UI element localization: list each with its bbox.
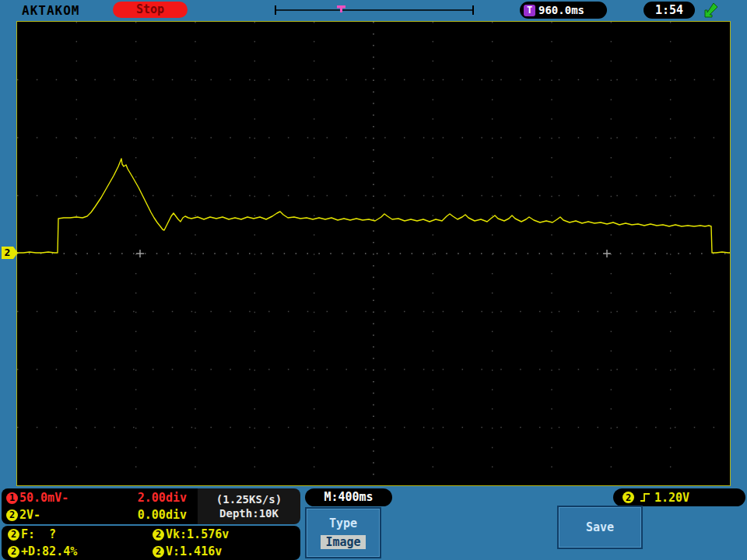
measurement-v: 2 V:1.416v	[146, 544, 291, 558]
channel-1-settings: 1 50.0mV- 2.00div	[2, 489, 198, 506]
trigger-level-readout: 2 1.20V	[613, 488, 745, 506]
brand-label: AKTAKOM	[22, 3, 79, 18]
trigger-level-value: 1.20V	[654, 491, 689, 505]
waveform-display	[16, 21, 731, 486]
trigger-position-icon	[274, 3, 475, 16]
channel-2-scale: 2V-	[19, 508, 40, 522]
measurements-row-1: 2 F: ? 2 Vk:1.576v	[2, 526, 300, 543]
measurements-panel: 2 F: ? 2 Vk:1.576v 2 +D:82.4% 2 V:1.416v	[2, 526, 300, 560]
status-bar: 1 50.0mV- 2.00div 2 2V- 0.00div (1.25KS/…	[0, 487, 747, 560]
measurement-channel-badge: 2	[8, 546, 19, 558]
waveform-plot	[17, 22, 730, 485]
channel-2-marker: 2	[2, 247, 18, 259]
rising-edge-icon	[639, 492, 651, 503]
measurement-channel-badge: 2	[153, 546, 164, 558]
channel-settings-panel: 1 50.0mV- 2.00div 2 2V- 0.00div	[2, 488, 198, 524]
trigger-time-icon: T	[524, 5, 535, 16]
channel-2-marker-label: 2	[2, 247, 13, 259]
measurement-value: V:1.416v	[166, 544, 222, 558]
channel-2-badge: 2	[6, 509, 18, 521]
measurement-channel-badge: 2	[153, 529, 164, 541]
type-button-label: Type	[329, 516, 357, 530]
usb-icon	[703, 2, 720, 19]
channel-1-badge: 1	[6, 492, 18, 504]
save-button-label: Save	[586, 520, 614, 534]
run-state-badge: Stop	[113, 2, 188, 18]
measurement-vk: 2 Vk:1.576v	[146, 527, 291, 541]
sample-rate: (1.25KS/s)	[216, 493, 282, 506]
trigger-position-bracket	[274, 3, 475, 16]
type-button-value: Image	[321, 535, 365, 549]
clock-readout: 1:54	[644, 2, 695, 19]
channel-1-offset: 2.00div	[138, 491, 187, 505]
channel-2-settings: 2 2V- 0.00div	[2, 506, 198, 523]
measurement-channel-badge: 2	[8, 529, 19, 541]
channel-1-scale: 50.0mV-	[19, 491, 68, 505]
type-softkey-button[interactable]: Type Image	[305, 507, 381, 558]
measurement-value: +D:82.4%	[21, 544, 77, 558]
measurement-frequency: 2 F: ?	[2, 527, 146, 541]
timebase-readout: M:400ms	[305, 488, 392, 506]
save-button[interactable]: Save	[557, 506, 643, 549]
oscilloscope-screen: AKTAKOM Stop T 960.0ms 1:54 2 1 50	[0, 0, 747, 560]
trigger-time-value: 960.0ms	[538, 4, 584, 16]
channel-2-marker-arrow-icon	[13, 247, 18, 259]
measurement-value: F: ?	[21, 527, 56, 541]
channel-2-offset: 0.00div	[138, 508, 187, 522]
measurements-row-2: 2 +D:82.4% 2 V:1.416v	[2, 543, 300, 560]
measurement-value: Vk:1.576v	[166, 527, 229, 541]
trigger-channel-badge: 2	[622, 492, 634, 503]
acquisition-panel: (1.25KS/s) Depth:10K	[198, 488, 300, 524]
measurement-duty: 2 +D:82.4%	[2, 544, 146, 558]
trigger-time-readout: T 960.0ms	[520, 2, 607, 19]
memory-depth: Depth:10K	[219, 507, 279, 520]
